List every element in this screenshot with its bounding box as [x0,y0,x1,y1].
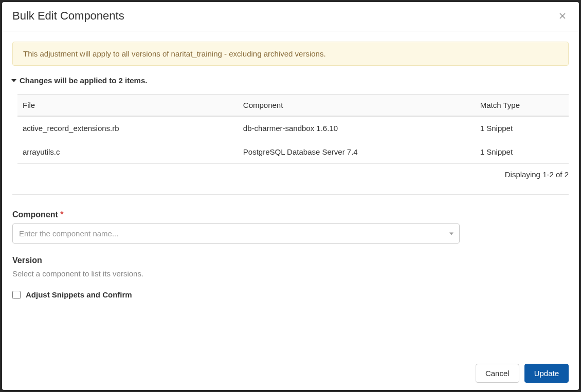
cell-file: active_record_extensions.rb [17,116,238,140]
version-helper-text: Select a component to list its versions. [12,269,569,278]
pagination-info: Displaying 1-2 of 2 [17,164,569,179]
required-asterisk: * [60,210,63,219]
items-table-container: File Component Match Type active_record_… [17,94,569,179]
adjust-snippets-group: Adjust Snippets and Confirm [12,290,569,299]
table-row: arrayutils.c PostgreSQL Database Server … [17,140,569,164]
alert-message: This adjustment will apply to all versio… [23,49,326,58]
cell-file: arrayutils.c [17,140,238,164]
adjust-snippets-checkbox[interactable] [12,291,21,299]
cell-match-type: 1 Snippet [475,140,569,164]
modal-header: Bulk Edit Components [2,2,579,31]
col-header-match-type: Match Type [475,95,569,117]
adjust-snippets-label[interactable]: Adjust Snippets and Confirm [26,290,132,299]
close-icon [558,12,567,20]
update-button[interactable]: Update [524,364,569,383]
col-header-file: File [17,95,238,117]
modal-body: This adjustment will apply to all versio… [2,31,579,357]
collapse-toggle[interactable]: Changes will be applied to 2 items. [11,76,569,85]
col-header-component: Component [238,95,475,117]
info-alert: This adjustment will apply to all versio… [12,42,569,66]
section-divider [12,194,569,195]
table-row: active_record_extensions.rb db-charmer-s… [17,116,569,140]
component-label: Component * [12,210,569,219]
modal-footer: Cancel Update [2,357,579,390]
version-label: Version [12,256,569,265]
cell-match-type: 1 Snippet [475,116,569,140]
component-input[interactable] [12,223,460,244]
cancel-button[interactable]: Cancel [476,364,519,383]
component-combobox[interactable] [12,223,460,244]
cell-component: db-charmer-sandbox 1.6.10 [238,116,475,140]
caret-down-icon [11,79,16,82]
modal-title: Bulk Edit Components [12,9,124,23]
version-form-group: Version Select a component to list its v… [12,256,569,278]
cell-component: PostgreSQL Database Server 7.4 [238,140,475,164]
close-button[interactable] [556,10,569,22]
collapse-title: Changes will be applied to 2 items. [20,76,147,85]
items-table: File Component Match Type active_record_… [17,94,569,164]
component-form-group: Component * [12,210,569,244]
bulk-edit-modal: Bulk Edit Components This adjustment wil… [2,2,579,390]
